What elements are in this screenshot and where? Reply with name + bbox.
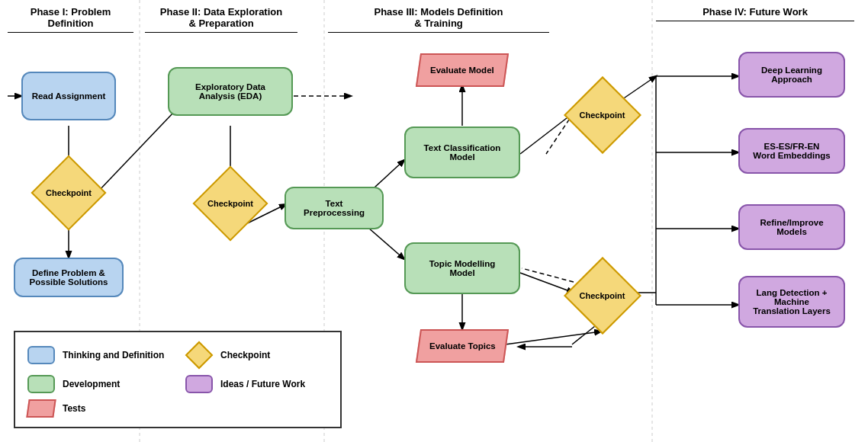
phase1-header: Phase I: ProblemDefinition bbox=[8, 6, 133, 33]
checkpoint4-diamond: Checkpoint bbox=[574, 267, 631, 324]
legend-grid: Thinking and Definition Checkpoint Devel… bbox=[27, 341, 328, 418]
phase3-header: Phase III: Models Definition& Training bbox=[328, 6, 549, 33]
eda-node: Exploratory DataAnalysis (EDA) bbox=[168, 67, 293, 116]
diagram-container: Phase I: ProblemDefinition Phase II: Dat… bbox=[0, 0, 868, 442]
legend: Thinking and Definition Checkpoint Devel… bbox=[14, 331, 342, 428]
word-embeddings-node: ES-ES/FR-ENWord Embeddings bbox=[738, 128, 845, 174]
legend-tests-box bbox=[26, 399, 56, 418]
define-problem-node: Define Problem &Possible Solutions bbox=[14, 258, 124, 297]
deep-learning-node: Deep LearningApproach bbox=[738, 52, 845, 98]
legend-checkpoint: Checkpoint bbox=[185, 341, 328, 369]
checkpoint3-diamond: Checkpoint bbox=[574, 86, 631, 143]
checkpoint2-shape bbox=[193, 166, 268, 242]
legend-development: Development bbox=[27, 375, 170, 393]
phase2-header: Phase II: Data Exploration& Preparation bbox=[145, 6, 297, 33]
legend-tests: Tests bbox=[27, 399, 170, 418]
legend-checkpoint-diamond bbox=[185, 341, 214, 370]
legend-thinking: Thinking and Definition bbox=[27, 341, 170, 369]
checkpoint3-shape bbox=[564, 76, 641, 154]
svg-line-23 bbox=[520, 273, 574, 293]
checkpoint2-diamond: Checkpoint bbox=[204, 177, 257, 230]
checkpoint4-shape bbox=[564, 257, 641, 335]
evaluate-topics-node: Evaluate Topics bbox=[416, 329, 509, 363]
checkpoint1-shape bbox=[31, 155, 107, 231]
text-classification-node: Text ClassificationModel bbox=[404, 127, 520, 178]
svg-line-22 bbox=[520, 113, 574, 154]
legend-checkpoint-wrap bbox=[185, 341, 213, 369]
topic-modelling-node: Topic ModellingModel bbox=[404, 242, 520, 294]
legend-development-box bbox=[27, 375, 55, 393]
lang-detection-node: Lang Detection +MachineTranslation Layer… bbox=[738, 276, 845, 328]
phase4-header: Phase IV: Future Work bbox=[656, 6, 854, 21]
svg-line-28 bbox=[522, 268, 574, 282]
legend-ideas: Ideas / Future Work bbox=[185, 375, 328, 393]
checkpoint1-diamond: Checkpoint bbox=[42, 166, 95, 219]
legend-thinking-box bbox=[27, 346, 55, 364]
refine-models-node: Refine/ImproveModels bbox=[738, 204, 845, 250]
read-assignment-node: Read Assignment bbox=[21, 72, 116, 120]
legend-ideas-box bbox=[185, 375, 213, 393]
evaluate-model-node: Evaluate Model bbox=[416, 53, 509, 87]
text-preprocessing-node: TextPreprocessing bbox=[285, 187, 384, 229]
